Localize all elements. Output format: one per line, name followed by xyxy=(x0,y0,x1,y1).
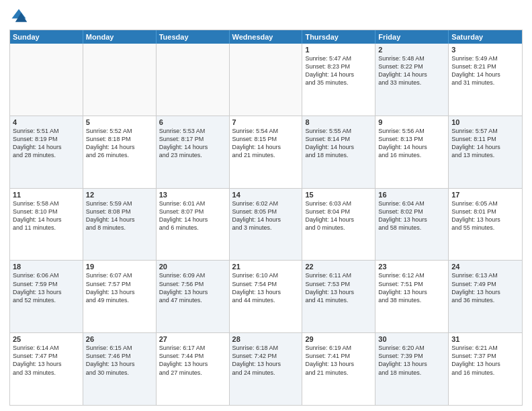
day-number: 6 xyxy=(159,118,226,126)
day-info: Sunrise: 6:11 AM Sunset: 7:53 PM Dayligh… xyxy=(305,271,372,304)
day-number: 23 xyxy=(378,263,445,271)
day-header-saturday: Saturday xyxy=(449,30,522,44)
day-cell-20: 20Sunrise: 6:09 AM Sunset: 7:56 PM Dayli… xyxy=(157,261,230,332)
day-number: 12 xyxy=(86,191,153,199)
day-cell-19: 19Sunrise: 6:07 AM Sunset: 7:57 PM Dayli… xyxy=(83,261,157,332)
day-number: 2 xyxy=(378,46,445,54)
day-cell-8: 8Sunrise: 5:55 AM Sunset: 8:14 PM Daylig… xyxy=(302,116,375,188)
day-cell-21: 21Sunrise: 6:10 AM Sunset: 7:54 PM Dayli… xyxy=(230,261,303,332)
day-cell-22: 22Sunrise: 6:11 AM Sunset: 7:53 PM Dayli… xyxy=(302,261,375,332)
day-cell-11: 11Sunrise: 5:58 AM Sunset: 8:10 PM Dayli… xyxy=(10,189,83,261)
day-number: 11 xyxy=(13,191,80,199)
day-header-tuesday: Tuesday xyxy=(157,30,230,44)
day-cell-6: 6Sunrise: 5:53 AM Sunset: 8:17 PM Daylig… xyxy=(157,116,230,188)
day-number: 5 xyxy=(86,118,153,126)
day-cell-18: 18Sunrise: 6:06 AM Sunset: 7:59 PM Dayli… xyxy=(10,261,83,332)
day-number: 21 xyxy=(232,263,300,271)
day-cell-16: 16Sunrise: 6:04 AM Sunset: 8:02 PM Dayli… xyxy=(375,189,449,261)
calendar-row-0: 1Sunrise: 5:47 AM Sunset: 8:23 PM Daylig… xyxy=(10,44,522,116)
day-number: 18 xyxy=(13,263,80,271)
logo xyxy=(9,7,31,26)
day-cell-31: 31Sunrise: 6:21 AM Sunset: 7:37 PM Dayli… xyxy=(449,333,522,405)
day-cell-26: 26Sunrise: 6:15 AM Sunset: 7:46 PM Dayli… xyxy=(83,333,157,405)
day-number: 30 xyxy=(378,335,445,343)
day-number: 20 xyxy=(159,263,226,271)
day-number: 17 xyxy=(451,191,519,199)
day-info: Sunrise: 5:58 AM Sunset: 8:10 PM Dayligh… xyxy=(13,199,80,232)
day-number: 15 xyxy=(305,191,372,199)
day-info: Sunrise: 5:55 AM Sunset: 8:14 PM Dayligh… xyxy=(305,127,372,160)
day-number: 1 xyxy=(305,46,372,54)
day-info: Sunrise: 6:12 AM Sunset: 7:51 PM Dayligh… xyxy=(378,271,445,304)
day-info: Sunrise: 6:05 AM Sunset: 8:01 PM Dayligh… xyxy=(451,199,519,232)
day-number: 9 xyxy=(378,118,445,126)
day-header-monday: Monday xyxy=(83,30,157,44)
calendar-row-4: 25Sunrise: 6:14 AM Sunset: 7:47 PM Dayli… xyxy=(10,332,522,405)
day-number: 14 xyxy=(232,191,300,199)
day-cell-1: 1Sunrise: 5:47 AM Sunset: 8:23 PM Daylig… xyxy=(302,44,375,116)
day-info: Sunrise: 6:17 AM Sunset: 7:44 PM Dayligh… xyxy=(159,344,226,377)
day-number: 7 xyxy=(232,118,300,126)
empty-cell xyxy=(230,44,303,116)
day-header-thursday: Thursday xyxy=(302,30,375,44)
day-info: Sunrise: 6:02 AM Sunset: 8:05 PM Dayligh… xyxy=(232,199,300,232)
day-info: Sunrise: 6:15 AM Sunset: 7:46 PM Dayligh… xyxy=(86,344,153,377)
day-info: Sunrise: 6:19 AM Sunset: 7:41 PM Dayligh… xyxy=(305,344,372,377)
page: SundayMondayTuesdayWednesdayThursdayFrid… xyxy=(0,0,532,411)
top-header xyxy=(9,7,523,26)
day-number: 10 xyxy=(451,118,519,126)
day-number: 25 xyxy=(13,335,80,343)
day-info: Sunrise: 5:48 AM Sunset: 8:22 PM Dayligh… xyxy=(378,54,445,87)
day-cell-13: 13Sunrise: 6:01 AM Sunset: 8:07 PM Dayli… xyxy=(157,189,230,261)
day-number: 24 xyxy=(451,263,519,271)
day-info: Sunrise: 5:53 AM Sunset: 8:17 PM Dayligh… xyxy=(159,127,226,160)
day-cell-4: 4Sunrise: 5:51 AM Sunset: 8:19 PM Daylig… xyxy=(10,116,83,188)
calendar-header: SundayMondayTuesdayWednesdayThursdayFrid… xyxy=(10,30,522,44)
day-info: Sunrise: 6:18 AM Sunset: 7:42 PM Dayligh… xyxy=(232,344,300,377)
day-info: Sunrise: 6:04 AM Sunset: 8:02 PM Dayligh… xyxy=(378,199,445,232)
day-number: 26 xyxy=(86,335,153,343)
day-cell-9: 9Sunrise: 5:56 AM Sunset: 8:13 PM Daylig… xyxy=(375,116,449,188)
day-number: 22 xyxy=(305,263,372,271)
day-info: Sunrise: 5:56 AM Sunset: 8:13 PM Dayligh… xyxy=(378,127,445,160)
day-info: Sunrise: 6:20 AM Sunset: 7:39 PM Dayligh… xyxy=(378,344,445,377)
calendar: SundayMondayTuesdayWednesdayThursdayFrid… xyxy=(9,30,523,406)
day-info: Sunrise: 6:21 AM Sunset: 7:37 PM Dayligh… xyxy=(451,344,519,377)
day-cell-7: 7Sunrise: 5:54 AM Sunset: 8:15 PM Daylig… xyxy=(230,116,303,188)
day-cell-25: 25Sunrise: 6:14 AM Sunset: 7:47 PM Dayli… xyxy=(10,333,83,405)
day-header-friday: Friday xyxy=(375,30,449,44)
day-info: Sunrise: 6:03 AM Sunset: 8:04 PM Dayligh… xyxy=(305,199,372,232)
day-number: 13 xyxy=(159,191,226,199)
day-cell-15: 15Sunrise: 6:03 AM Sunset: 8:04 PM Dayli… xyxy=(302,189,375,261)
day-info: Sunrise: 5:52 AM Sunset: 8:18 PM Dayligh… xyxy=(86,127,153,160)
day-info: Sunrise: 5:47 AM Sunset: 8:23 PM Dayligh… xyxy=(305,54,372,87)
day-cell-5: 5Sunrise: 5:52 AM Sunset: 8:18 PM Daylig… xyxy=(83,116,157,188)
day-header-wednesday: Wednesday xyxy=(230,30,303,44)
calendar-row-1: 4Sunrise: 5:51 AM Sunset: 8:19 PM Daylig… xyxy=(10,116,522,188)
day-cell-17: 17Sunrise: 6:05 AM Sunset: 8:01 PM Dayli… xyxy=(449,189,522,261)
day-cell-14: 14Sunrise: 6:02 AM Sunset: 8:05 PM Dayli… xyxy=(230,189,303,261)
day-cell-27: 27Sunrise: 6:17 AM Sunset: 7:44 PM Dayli… xyxy=(157,333,230,405)
day-number: 28 xyxy=(232,335,300,343)
calendar-row-2: 11Sunrise: 5:58 AM Sunset: 8:10 PM Dayli… xyxy=(10,188,522,261)
day-info: Sunrise: 6:09 AM Sunset: 7:56 PM Dayligh… xyxy=(159,271,226,304)
day-cell-23: 23Sunrise: 6:12 AM Sunset: 7:51 PM Dayli… xyxy=(375,261,449,332)
logo-icon xyxy=(9,7,28,26)
day-info: Sunrise: 6:10 AM Sunset: 7:54 PM Dayligh… xyxy=(232,271,300,304)
day-cell-12: 12Sunrise: 5:59 AM Sunset: 8:08 PM Dayli… xyxy=(83,189,157,261)
day-cell-28: 28Sunrise: 6:18 AM Sunset: 7:42 PM Dayli… xyxy=(230,333,303,405)
day-number: 16 xyxy=(378,191,445,199)
day-cell-3: 3Sunrise: 5:49 AM Sunset: 8:21 PM Daylig… xyxy=(449,44,522,116)
day-info: Sunrise: 6:13 AM Sunset: 7:49 PM Dayligh… xyxy=(451,271,519,304)
day-number: 29 xyxy=(305,335,372,343)
day-info: Sunrise: 5:51 AM Sunset: 8:19 PM Dayligh… xyxy=(13,127,80,160)
day-number: 4 xyxy=(13,118,80,126)
day-cell-29: 29Sunrise: 6:19 AM Sunset: 7:41 PM Dayli… xyxy=(302,333,375,405)
day-number: 3 xyxy=(451,46,519,54)
day-cell-30: 30Sunrise: 6:20 AM Sunset: 7:39 PM Dayli… xyxy=(375,333,449,405)
day-info: Sunrise: 5:49 AM Sunset: 8:21 PM Dayligh… xyxy=(451,54,519,87)
day-header-sunday: Sunday xyxy=(10,30,83,44)
day-number: 31 xyxy=(451,335,519,343)
day-info: Sunrise: 6:14 AM Sunset: 7:47 PM Dayligh… xyxy=(13,344,80,377)
calendar-row-3: 18Sunrise: 6:06 AM Sunset: 7:59 PM Dayli… xyxy=(10,260,522,332)
